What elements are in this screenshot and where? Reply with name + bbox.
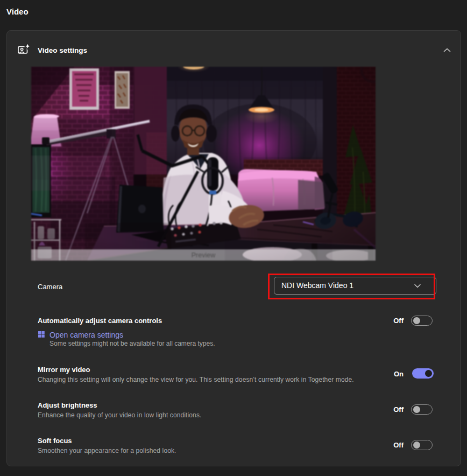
- svg-text:Preview: Preview: [192, 251, 216, 259]
